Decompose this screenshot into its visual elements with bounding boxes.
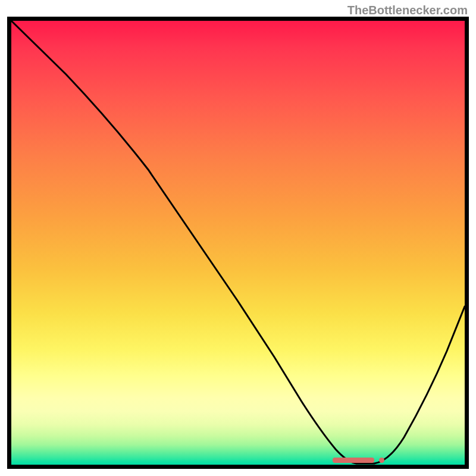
chart-frame: [7, 17, 469, 469]
optimal-range-marker-end: [379, 458, 384, 463]
chart-plot-area: [11, 21, 465, 465]
watermark-text: TheBottlenecker.com: [347, 4, 468, 17]
chart-curve: [11, 21, 465, 465]
optimal-range-marker: [333, 458, 374, 463]
bottleneck-line: [11, 21, 465, 464]
